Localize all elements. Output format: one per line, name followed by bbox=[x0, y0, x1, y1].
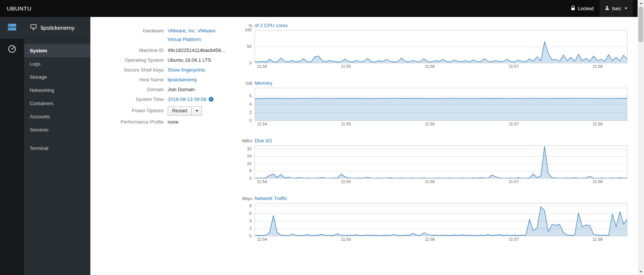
host-name: lipstickenemy bbox=[41, 24, 75, 31]
user-menu[interactable]: tsec bbox=[600, 0, 633, 17]
field-label: Operating System bbox=[113, 57, 168, 63]
network-chart-title-link[interactable]: Network Traffic bbox=[255, 196, 287, 201]
memory-usage-chart[interactable] bbox=[255, 88, 627, 121]
cpu-y-axis-labels: 050100 bbox=[241, 30, 255, 63]
rail-item-dashboard[interactable] bbox=[0, 39, 24, 61]
performance-profile-value: none bbox=[168, 119, 179, 125]
disk-unit-label: MiB/s bbox=[241, 139, 252, 143]
power-options-split-button: Restart bbox=[168, 106, 202, 116]
hardware-link[interactable]: VMware, Inc. VMware Virtual Platform bbox=[168, 26, 217, 44]
cockpit-app: UBUNTU Locked tsec bbox=[0, 0, 644, 275]
scroll-down-arrow-icon[interactable] bbox=[638, 269, 644, 275]
host-icon bbox=[30, 24, 37, 31]
main-content: Hardware VMware, Inc. VMware Virtual Pla… bbox=[90, 17, 638, 275]
field-domain: Domain Join Domain bbox=[113, 87, 241, 93]
field-label: Domain bbox=[113, 87, 168, 92]
restart-dropdown-toggle[interactable] bbox=[192, 106, 202, 116]
sidebar-item-containers[interactable]: Containers bbox=[24, 97, 90, 110]
network-y-axis-labels: 02468 bbox=[241, 203, 255, 236]
vertical-scrollbar[interactable] bbox=[638, 0, 644, 275]
locked-indicator[interactable]: Locked bbox=[565, 6, 600, 12]
field-label: Power Options bbox=[113, 108, 168, 113]
sidebar-item-storage[interactable]: Storage bbox=[24, 70, 90, 84]
sidebar-item-accounts[interactable]: Accounts bbox=[24, 110, 90, 123]
caret-down-icon bbox=[195, 110, 198, 112]
field-label: Host Name bbox=[113, 77, 168, 82]
scroll-up-arrow-icon[interactable] bbox=[638, 0, 644, 6]
sidebar-item-logs[interactable]: Logs bbox=[24, 57, 90, 70]
field-label: Hardware bbox=[113, 28, 168, 34]
field-label: Performance Profile bbox=[113, 119, 168, 125]
field-machine-id: Machine ID 49c1822514114bacb456... bbox=[113, 47, 241, 54]
memory-y-axis-labels: 0246 bbox=[241, 88, 255, 121]
field-system-time: System Time 2018-08-13 09:58 bbox=[113, 96, 241, 103]
locked-label: Locked bbox=[578, 6, 594, 11]
show-fingerprints-link[interactable]: Show fingerprints bbox=[168, 67, 205, 73]
cpu-usage-chart[interactable] bbox=[255, 30, 627, 63]
machine-id-value: 49c1822514114bacb456... bbox=[168, 47, 225, 53]
topbar: UBUNTU Locked tsec bbox=[0, 0, 644, 17]
disk-y-axis-labels: 08162432 bbox=[241, 145, 255, 179]
field-hardware: Hardware VMware, Inc. VMware Virtual Pla… bbox=[113, 26, 241, 44]
cpu-chart-title-link[interactable]: of 2 CPU cores bbox=[255, 23, 288, 28]
memory-x-axis-labels: 11:5411:5511:5611:5711:58 bbox=[255, 122, 627, 127]
disk-chart-title-link[interactable]: Disk I/O bbox=[255, 138, 272, 144]
field-operating-system: Operating System Ubuntu 18.04.1 LTS bbox=[113, 57, 241, 64]
info-icon[interactable] bbox=[209, 97, 214, 102]
brand-logo: UBUNTU bbox=[7, 5, 32, 12]
rail-item-machines[interactable] bbox=[0, 17, 24, 39]
field-label: Secure Shell Keys bbox=[113, 67, 168, 73]
sidebar-nav: System Logs Storage Networking Container… bbox=[24, 39, 90, 155]
charts-column: % of 2 CPU cores 050100 11:5411:5511:561… bbox=[241, 17, 633, 275]
disk-x-axis-labels: 11:5411:5511:5611:5711:58 bbox=[255, 179, 627, 185]
restart-button[interactable]: Restart bbox=[168, 106, 192, 116]
field-performance-profile: Performance Profile none bbox=[113, 119, 241, 125]
network-x-axis-labels: 11:5411:5511:5611:5711:58 bbox=[255, 237, 627, 243]
caret-down-icon bbox=[624, 8, 627, 9]
topbar-right: Locked tsec bbox=[565, 0, 633, 17]
field-label: System Time bbox=[113, 96, 168, 102]
memory-chart-title-link[interactable]: Memory bbox=[255, 80, 272, 86]
sidebar: lipstickenemy System Logs Storage Networ… bbox=[24, 17, 90, 275]
user-icon bbox=[605, 6, 609, 11]
field-secure-shell-keys: Secure Shell Keys Show fingerprints bbox=[113, 67, 241, 73]
host-name-link[interactable]: lipstickenemy bbox=[168, 77, 197, 82]
lock-icon bbox=[571, 6, 575, 12]
host-selector[interactable]: lipstickenemy bbox=[24, 17, 90, 39]
app-rail bbox=[0, 17, 24, 275]
disk-io-chart[interactable] bbox=[255, 145, 627, 179]
sidebar-item-system[interactable]: System bbox=[24, 44, 90, 57]
dashboard-icon bbox=[7, 44, 17, 55]
network-chart-block: Mbps Network Traffic 02468 11:5411:5511:… bbox=[241, 196, 633, 243]
disk-chart-block: MiB/s Disk I/O 08162432 11:5411:5511:561… bbox=[241, 138, 633, 185]
join-domain-link[interactable]: Join Domain bbox=[168, 87, 195, 92]
user-label: tsec bbox=[612, 6, 621, 11]
memory-unit-label: GiB bbox=[241, 81, 252, 86]
system-time-link[interactable]: 2018-08-13 09:58 bbox=[168, 96, 206, 102]
network-unit-label: Mbps bbox=[241, 196, 252, 201]
sidebar-item-terminal[interactable]: Terminal bbox=[24, 142, 90, 155]
os-value: Ubuntu 18.04.1 LTS bbox=[168, 57, 211, 63]
field-host-name: Host Name lipstickenemy bbox=[113, 77, 241, 83]
system-info: Hardware VMware, Inc. VMware Virtual Pla… bbox=[113, 17, 241, 275]
cpu-x-axis-labels: 11:5411:5511:5611:5711:58 bbox=[255, 64, 627, 70]
field-label: Machine ID bbox=[113, 47, 168, 53]
cpu-chart-block: % of 2 CPU cores 050100 11:5411:5511:561… bbox=[241, 23, 633, 70]
sidebar-item-services[interactable]: Services bbox=[24, 123, 90, 136]
field-power-options: Power Options Restart bbox=[113, 106, 241, 116]
network-traffic-chart[interactable] bbox=[255, 203, 627, 236]
scrollbar-thumb[interactable] bbox=[638, 6, 643, 42]
memory-chart-block: GiB Memory 0246 11:5411:5511:5611:5711:5… bbox=[241, 80, 633, 127]
server-icon bbox=[7, 22, 17, 34]
sidebar-item-networking[interactable]: Networking bbox=[24, 84, 90, 97]
